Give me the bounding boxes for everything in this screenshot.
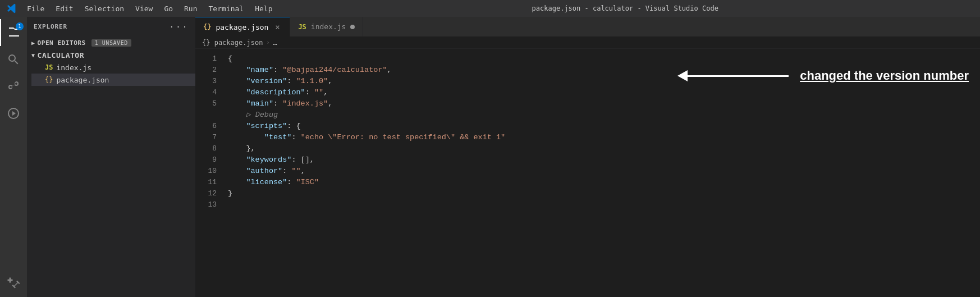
folder-chevron: ▼ [31,52,35,58]
tabs-bar: {} package.json × JS index.js [195,17,980,36]
menu-run[interactable]: Run [180,3,202,14]
menu-file[interactable]: File [22,3,49,14]
tab-package-json-icon: {} [203,23,211,31]
code-content[interactable]: { "name": "@bajpai244/calculator", "vers… [223,49,980,297]
menu-help[interactable]: Help [250,3,277,14]
code-line-6: "scripts": { [228,121,980,132]
sidebar-actions[interactable]: ··· [169,21,189,32]
code-line-5: "main": "index.js", [228,98,980,109]
unsaved-badge: 1 UNSAVED [91,39,131,47]
code-line-11: "license": "ISC" [228,177,980,188]
breadcrumb: {} package.json › … [195,36,980,49]
code-line-debug: ▷ Debug [228,109,980,121]
menu-bar: File Edit Selection View Go Run Terminal… [22,3,277,14]
js-icon: JS [45,63,53,71]
line-numbers: 1 2 3 4 5 6 7 8 9 10 11 12 13 [195,49,223,297]
file-package-json-label: package.json [56,76,109,84]
activity-run-debug[interactable] [0,100,27,127]
code-line-13 [228,199,980,211]
open-editors-label: Open Editors [38,39,86,47]
extensions-icon [7,277,20,290]
tab-index-js[interactable]: JS index.js [290,17,363,36]
file-index-js[interactable]: JS index.js [31,61,195,74]
activity-search[interactable] [0,46,27,73]
file-package-json[interactable]: {} package.json [31,74,195,86]
code-line-8: }, [228,143,980,154]
source-control-icon [7,80,20,93]
window-title: package.json - calculator - Visual Studi… [277,4,973,12]
activity-extensions[interactable] [0,270,27,297]
code-editor[interactable]: 1 2 3 4 5 6 7 8 9 10 11 12 13 { "name": … [195,49,980,297]
sidebar: Explorer ··· ▶ Open Editors 1 UNSAVED ▼ … [27,17,195,297]
menu-go[interactable]: Go [159,3,177,14]
menu-edit[interactable]: Edit [51,3,77,14]
search-icon [7,53,20,66]
open-editors-chevron: ▶ [31,40,35,46]
editor-area: {} package.json × JS index.js {} package… [195,17,980,297]
tab-package-json[interactable]: {} package.json × [195,17,290,36]
run-debug-icon [7,107,20,120]
breadcrumb-file[interactable]: {} package.json [202,39,263,47]
code-line-12: } [228,188,980,199]
menu-selection[interactable]: Selection [80,3,129,14]
titlebar: File Edit Selection View Go Run Terminal… [0,0,980,17]
tab-package-json-close[interactable]: × [273,22,282,31]
file-tree: JS index.js {} package.json [27,61,195,86]
calculator-folder[interactable]: ▼ CALCULATOR [27,49,195,61]
menu-terminal[interactable]: Terminal [204,3,249,14]
code-line-10: "author": "", [228,166,980,177]
main-layout: 1 Explorer [0,17,980,297]
tab-index-js-label: index.js [311,22,346,31]
file-index-js-label: index.js [56,63,91,72]
code-line-1: { [228,53,980,65]
json-icon: {} [45,76,53,84]
breadcrumb-location[interactable]: … [273,39,277,47]
tab-package-json-label: package.json [216,23,268,31]
activity-source-control[interactable] [0,73,27,100]
open-editors-section: ▶ Open Editors 1 UNSAVED [27,36,195,49]
explorer-badge: 1 [16,22,24,30]
tab-unsaved-dot [350,25,355,29]
tab-index-js-icon: JS [298,23,306,31]
breadcrumb-sep: › [266,39,269,45]
sidebar-title: Explorer [34,23,67,30]
calculator-section: ▼ CALCULATOR JS index.js {} package.json [27,49,195,86]
code-line-2: "name": "@bajpai244/calculator", [228,65,980,76]
menu-view[interactable]: View [131,3,157,14]
vscode-logo-icon [7,3,17,13]
activity-explorer[interactable]: 1 [0,19,27,46]
open-editors-header[interactable]: ▶ Open Editors 1 UNSAVED [27,36,195,49]
code-line-3: "version": "1.1.0", [228,76,980,87]
code-line-9: "keywords": [], [228,154,980,166]
sidebar-header: Explorer ··· [27,17,195,36]
folder-label: CALCULATOR [38,51,84,60]
code-line-4: "description": "", [228,87,980,98]
code-line-7: "test": "echo \"Error: no test specified… [228,132,980,143]
activity-bar: 1 [0,17,27,297]
